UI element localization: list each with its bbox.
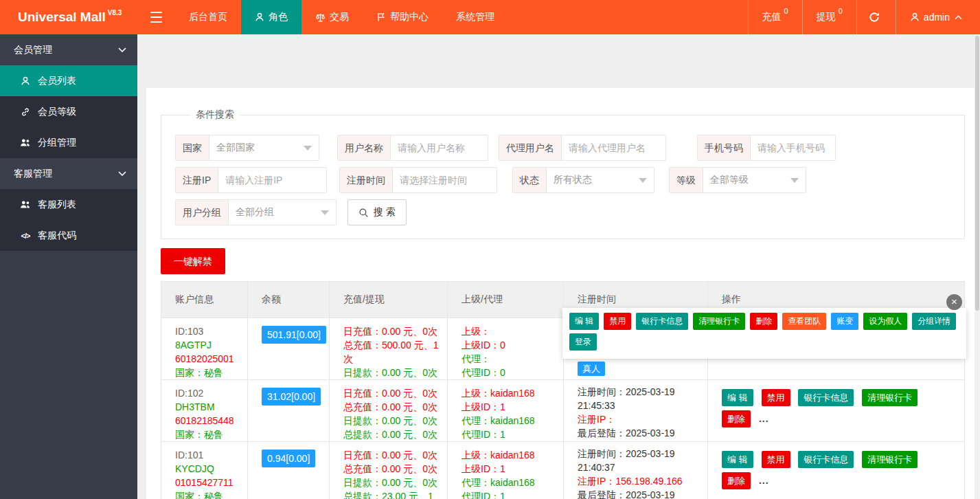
search-panel: 条件搜索 国家 全部国家 用户名称 代理用户名 手机号码 (161, 109, 965, 239)
nav-item-system[interactable]: 系统管理 (442, 0, 508, 34)
real-user-badge[interactable]: 真人 (578, 362, 605, 376)
sidebar-item-member-level[interactable]: 会员等级 (0, 96, 137, 127)
app-logo[interactable]: Universal Mall V8.3 (0, 0, 137, 34)
level-field: 等级 全部等级 (669, 167, 806, 193)
app-version: V8.3 (108, 9, 122, 16)
delete-button[interactable]: 删除 (722, 472, 751, 489)
chevron-down-icon (118, 171, 126, 176)
register-time-cell: 注册时间：2025-03-19 21:45:33 注册IP： 最后登陆：2025… (564, 380, 708, 441)
bank-card-info-button[interactable]: 银行卡信息 (798, 389, 854, 406)
nav-item-help-center[interactable]: 帮助中心 (363, 0, 442, 34)
unban-all-button[interactable]: 一键解禁 (161, 248, 225, 274)
group-detail-button[interactable]: 分组详情 (912, 313, 956, 330)
admin-menu[interactable]: admin (896, 0, 980, 34)
admin-username: admin (924, 12, 950, 23)
edit-button[interactable]: 编 辑 (722, 451, 753, 468)
sidebar-item-member-list[interactable]: 会员列表 (0, 65, 137, 96)
more-actions-button[interactable]: ... (759, 475, 769, 486)
phone-input[interactable] (751, 135, 835, 160)
content-card: 条件搜索 国家 全部国家 用户名称 代理用户名 手机号码 (146, 88, 975, 499)
nav-item-dashboard[interactable]: 后台首页 (175, 0, 241, 34)
refresh-icon (868, 11, 880, 23)
actions-cell: 编 辑 禁用 银行卡信息 清理银行卡 删除 ... (708, 442, 964, 499)
navbar-right: 充值 0 提现 0 admin (748, 0, 980, 34)
nav-item-roles[interactable]: 角色 (241, 0, 301, 34)
search-panel-title: 条件搜索 (190, 109, 240, 121)
refresh-button[interactable] (856, 0, 896, 34)
superior-agent-cell: 上级：kaidan168 上级ID：1 代理：kaidan168 代理ID：1 (448, 380, 564, 441)
chevron-down-icon (304, 146, 312, 151)
disable-button[interactable]: 禁用 (762, 451, 790, 468)
hamburger-icon (150, 12, 162, 13)
vertical-scrollbar (975, 34, 980, 499)
search-row-3: 用户分组 全部分组 搜 索 (175, 199, 964, 232)
delete-button[interactable]: 删除 (750, 313, 777, 330)
chevron-down-icon (639, 178, 647, 183)
sidebar: 会员管理 会员列表 会员等级 分组管理 客服管理 客服列表 </> 客服代码 (0, 34, 137, 499)
recharge-nav-button[interactable]: 充值 0 (748, 0, 802, 34)
close-icon[interactable]: × (946, 294, 962, 310)
edit-button[interactable]: 编 辑 (569, 313, 599, 330)
clear-bank-card-button[interactable]: 清理银行卡 (862, 389, 918, 406)
level-select[interactable]: 全部等级 (703, 168, 806, 192)
balance-cell: 31.02[0.00] (248, 380, 330, 441)
country-field: 国家 全部国家 (175, 135, 319, 161)
bank-card-info-button[interactable]: 银行卡信息 (636, 313, 688, 330)
agent-username-input[interactable] (562, 135, 665, 160)
sidebar-item-service-list[interactable]: 客服列表 (0, 189, 137, 220)
withdraw-nav-button[interactable]: 提现 0 (802, 0, 856, 34)
col-superior-agent: 上级/代理 (448, 282, 564, 318)
sidebar-group-member-management[interactable]: 会员管理 (0, 34, 137, 65)
nav-item-trade[interactable]: 交易 (301, 0, 363, 34)
username-input[interactable] (391, 135, 488, 160)
balance-cell: 0.94[0.00] (248, 442, 330, 499)
user-group-field: 用户分组 全部分组 (175, 199, 337, 225)
register-time-field: 注册时间 (339, 167, 497, 193)
register-time-input[interactable] (393, 168, 497, 192)
phone-field: 手机号码 (697, 135, 836, 161)
scrollbar-thumb[interactable] (975, 36, 979, 311)
account-changes-button[interactable]: 账变 (831, 313, 858, 330)
link-icon (19, 107, 32, 117)
more-actions-button[interactable]: ... (759, 413, 769, 424)
bank-card-info-button[interactable]: 银行卡信息 (798, 451, 854, 468)
col-balance: 余额 (248, 282, 330, 318)
actions-cell: 编 辑 禁用 银行卡信息 清理银行卡 删除 ... (708, 380, 964, 441)
clear-bank-card-button[interactable]: 清理银行卡 (862, 451, 918, 468)
set-fake-user-button[interactable]: 设为假人 (863, 313, 907, 330)
main-content: 条件搜索 国家 全部国家 用户名称 代理用户名 手机号码 (137, 34, 980, 499)
user-icon (910, 12, 920, 22)
clear-bank-card-button[interactable]: 清理银行卡 (693, 313, 745, 330)
search-row-2: 注册IP 注册时间 状态 所有状态 等级 全部等级 (175, 167, 964, 199)
user-icon (255, 12, 264, 22)
edit-button[interactable]: 编 辑 (722, 389, 753, 406)
disable-button[interactable]: 禁用 (604, 313, 631, 330)
balance-badge: 31.02[0.00] (262, 388, 321, 406)
country-select[interactable]: 全部国家 (209, 135, 319, 160)
sidebar-item-group-management[interactable]: 分组管理 (0, 127, 137, 158)
disable-button[interactable]: 禁用 (762, 389, 790, 406)
chevron-down-icon (118, 47, 126, 52)
code-icon: </> (19, 232, 32, 240)
sidebar-item-service-code[interactable]: </> 客服代码 (0, 220, 137, 251)
balance-cell: 501.91[0.00] (248, 318, 330, 379)
search-button[interactable]: 搜 索 (347, 199, 407, 225)
search-row-1: 国家 全部国家 用户名称 代理用户名 手机号码 (175, 135, 964, 167)
register-ip-input[interactable] (218, 168, 326, 192)
recharge-withdraw-cell: 日充值：0.00 元、0次 总充值：0.00 元、0次 日提款：0.00 元、0… (330, 442, 448, 499)
user-group-select[interactable]: 全部分组 (229, 200, 336, 225)
chevron-down-icon (790, 178, 799, 183)
status-select[interactable]: 所有状态 (547, 168, 654, 192)
superior-agent-cell: 上级：kaidan168 上级ID：1 代理：kaidan168 代理ID：1 (448, 442, 564, 499)
col-recharge-withdraw: 充值/提现 (330, 282, 448, 318)
app-title: Universal Mall (18, 10, 106, 25)
collapse-sidebar-button[interactable] (137, 0, 175, 34)
withdraw-count-badge: 0 (839, 7, 843, 15)
login-button[interactable]: 登录 (569, 333, 597, 351)
sidebar-group-service-management[interactable]: 客服管理 (0, 158, 137, 189)
account-info-cell: ID:102 DH3TBM 60182185448 国家：秘鲁 (161, 380, 248, 441)
view-team-button[interactable]: 查看团队 (782, 313, 826, 330)
delete-button[interactable]: 删除 (722, 410, 751, 428)
superior-agent-cell: 上级： 上级ID：0 代理： 代理ID：0 (448, 318, 564, 379)
recharge-withdraw-cell: 日充值：0.00 元、0次 总充值：0.00 元、0次 日提款：0.00 元、0… (330, 380, 448, 441)
